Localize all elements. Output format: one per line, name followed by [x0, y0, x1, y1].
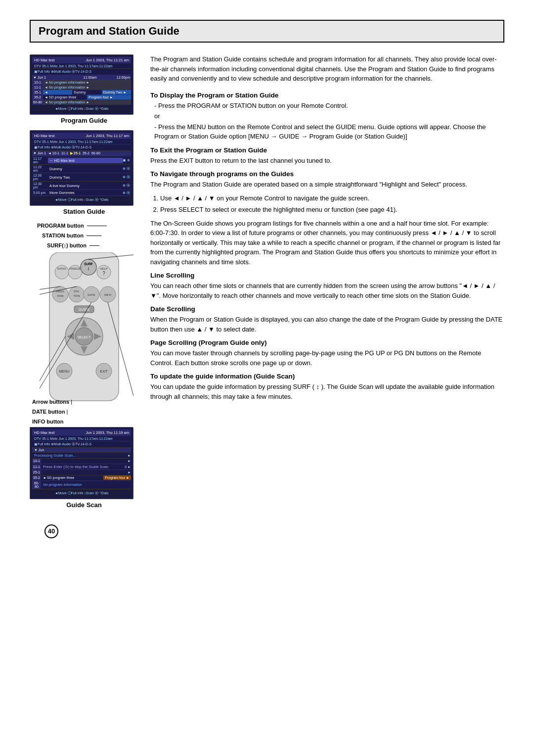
guide-scan-heading: To update the guide information (Guide S…: [150, 373, 504, 380]
exit-heading: To Exit the Program or Station Guide: [150, 146, 504, 154]
line-scrolling-text: You can reach other time slots or channe…: [150, 281, 504, 300]
svg-text:TION: TION: [73, 294, 80, 297]
pg-title-right: Jun 1 2003, Thu 11:21 am: [86, 58, 129, 62]
pg-row-4: 35-2 ◄ SD program three Program four ►: [32, 95, 131, 100]
page-scrolling-text: You can move faster through channels by …: [150, 348, 504, 368]
station-guide-screen: HD Max test Jun 1 2003, Thu 11:17 am DTV…: [30, 130, 134, 206]
svg-text:MENU: MENU: [59, 370, 70, 373]
gs-press-msg: 11-1 Press Enter (⊙) to stop the Guide S…: [32, 464, 131, 470]
svg-text:↕: ↕: [88, 266, 90, 271]
navigate-section: To Navigate through programs on the Guid…: [150, 170, 504, 267]
info-button-label: INFO button: [32, 417, 136, 427]
page-scrolling-section: Page Scrolling (Program Guide only) You …: [150, 339, 504, 368]
gs-row-ch35: 35-2 ◄ SD program three Program four ►: [32, 475, 131, 481]
display-section: To Display the Program or Station Guide …: [150, 92, 504, 142]
pg-time-slots: 11:00am 12:00pm: [84, 76, 131, 79]
pg-row-5: 60-80 ◄ No program information ►: [32, 100, 131, 105]
navigate-list: Use ◄ / ► / ▲ / ▼ on your Remote Control…: [150, 193, 504, 215]
pg-row-3: 35-1 ◄ Dummy Dummy Two ►: [32, 90, 131, 95]
pg-info-bar: ▣Full Info ⊕Multi Audio ⓐTV-14-D-S: [32, 69, 131, 75]
date-scrolling-heading: Date Scrolling: [150, 305, 504, 313]
left-column: HD Max test Jun 1 2003, Thu 11:21 am DTV…: [30, 54, 138, 515]
exit-section: To Exit the Program or Station Guide Pre…: [150, 146, 504, 166]
page-number: 40: [44, 524, 58, 538]
sg-row-1: 11:17 am ← HD Max test ▣ ⊕: [32, 156, 131, 165]
sg-ch-header: ▼ Jun 1 ◄ 10-1 11-1 ▶ 35-1 35-2 60-80: [32, 151, 131, 156]
gs-row-ch10: 10-1 ►: [32, 459, 131, 464]
navigate-heading: To Navigate through programs on the Guid…: [150, 170, 504, 178]
gs-row-ch25: 25-1 ►: [32, 470, 131, 475]
pg-date-label: ▼ Jun 1: [33, 76, 46, 79]
program-guide-screen: HD Max test Jun 1 2003, Thu 11:21 am DTV…: [30, 54, 134, 115]
line-scrolling-section: Line Scrolling You can reach other time …: [150, 272, 504, 300]
pg-row-2: 11-1 ◄ No program information ►: [32, 85, 131, 90]
surf-button-label: SURF(↕) button: [47, 241, 136, 251]
gs-processing: Processing Guide Scan... ►: [32, 453, 131, 459]
sg-row-5: 5:00 pm More Dummies ⊕ ⓐ: [32, 190, 131, 196]
program-guide-caption: Program Guide: [30, 117, 138, 124]
sg-subtitle: DTV 35-1 Moto Jun 1 2003, Thu 11:17am-11…: [32, 140, 131, 144]
svg-text:INFO: INFO: [104, 293, 112, 296]
gs-nav: ◄Move ⓘFull Info ↕Scan ⓔ⁻¹Dats: [32, 490, 131, 497]
navigate-text2: The On-Screen Guide shows you program li…: [150, 219, 504, 267]
remote-callouts: PROGRAM button STATION button SURF(↕) bu…: [32, 221, 136, 250]
sg-title-left: HD Max test: [34, 134, 54, 138]
remote-svg: RATIO FREEZE SURF ↕ HELP ? PROG- RAM S: [32, 252, 136, 407]
page-number-area: 40: [30, 524, 504, 538]
pg-nav: ◄Move ⓘFull Info ↕Scan ⓔ⁻¹Dats: [32, 105, 131, 112]
page-scrolling-heading: Page Scrolling (Program Guide only): [150, 339, 504, 346]
page-header: Program and Station Guide: [30, 20, 504, 43]
display-or: or: [154, 111, 504, 121]
display-heading: To Display the Program or Station Guide: [150, 92, 504, 99]
right-column: The Program and Station Guide contains s…: [150, 54, 504, 515]
navigate-item2: Press SELECT to select or execute the hi…: [160, 205, 504, 215]
display-text: Press the PROGRAM or STATION button on y…: [150, 101, 504, 142]
date-button-label: DATE button |: [32, 407, 136, 417]
svg-text:SELECT: SELECT: [77, 335, 91, 339]
svg-text:STA-: STA-: [74, 290, 80, 293]
date-scrolling-section: Date Scrolling When the Program or Stati…: [150, 305, 504, 334]
sg-row-4: 12:30 pm A live tour Dummy ⊕ ⓐ: [32, 182, 131, 190]
guide-scan-section: To update the guide information (Guide S…: [150, 373, 504, 401]
navigate-item1: Use ◄ / ► / ▲ / ▼ on your Remote Control…: [160, 193, 504, 203]
page-title: Program and Station Guide: [39, 25, 495, 38]
svg-text:SURF: SURF: [84, 262, 93, 266]
sg-title-right: Jun 1 2003, Thu 11:17 am: [86, 134, 129, 138]
svg-text:RATIO: RATIO: [57, 267, 66, 270]
pg-subtitle: DTV 35-1 Moto Jun 1 2003, Thu 11:17am-11…: [32, 64, 131, 69]
guide-scan-text: You can update the guide information by …: [150, 382, 504, 401]
sg-nav: ◄Move ⓘFull Info ↕Scan ⓔ⁻¹Dats: [32, 196, 131, 203]
svg-text:DATE: DATE: [88, 293, 95, 296]
gs-title-left: HD Max test: [34, 430, 54, 435]
intro-text: The Program and Station Guide contains s…: [150, 54, 504, 84]
svg-text:EXIT: EXIT: [100, 370, 108, 373]
display-bullet1: Press the PROGRAM or STATION button on y…: [154, 101, 504, 111]
svg-text:PROG-: PROG-: [56, 290, 65, 293]
guide-scan-caption: Guide Scan: [30, 501, 138, 509]
gs-subtitle: DTV 35-1 Moto Jun 1 2003, Thu 11:17am-11…: [32, 436, 131, 441]
sg-row-3: 12:00 pm Dummy Two ⊕ ⓐ: [32, 173, 131, 182]
svg-text:?: ?: [102, 271, 105, 276]
gs-time-row: ▼ Jun: [32, 448, 131, 453]
line-scrolling-heading: Line Scrolling: [150, 272, 504, 279]
guide-scan-screen: HD Max test Jun 1 2003, Thu 11:19 am DTV…: [30, 427, 134, 499]
program-button-label: PROGRAM button: [37, 221, 136, 231]
pg-title-left: HD Max test: [34, 58, 54, 62]
gs-info-bar: ▣Full Info ⊕Multi Audio ⓐTV-14-D-S: [32, 441, 131, 448]
date-scrolling-text: When the Program or Station Guide is dis…: [150, 315, 504, 334]
gs-row-ch60: 60-80 No program information: [32, 481, 131, 489]
station-button-label: STATION button: [42, 231, 136, 241]
navigate-text1: The Program and Station Guide are operat…: [150, 180, 504, 189]
svg-text:RAM: RAM: [57, 294, 64, 297]
pg-row-1: 10-1 ◄ No program information ►: [32, 80, 131, 85]
sg-info-bar: ▣Full Info ⊕Multi Audio ⓐTV-14-D-S: [32, 144, 131, 151]
station-guide-caption: Station Guide: [30, 208, 138, 215]
exit-text: Press the EXIT button to return to the l…: [150, 156, 504, 166]
pg-grid-header: ▼ Jun 1 11:00am 12:00pm: [32, 75, 131, 80]
display-bullet2: Press the MENU button on the Remote Cont…: [154, 122, 504, 142]
svg-text:FREEZE: FREEZE: [69, 267, 81, 270]
sg-row-2: 11:22 am Dummy ⊕ ⓐ: [32, 165, 131, 173]
gs-title-right: Jun 1 2003, Thu 11:19 am: [86, 430, 129, 435]
svg-text:HELP: HELP: [100, 267, 108, 270]
remote-diagram: PROGRAM button STATION button SURF(↕) bu…: [32, 221, 136, 427]
